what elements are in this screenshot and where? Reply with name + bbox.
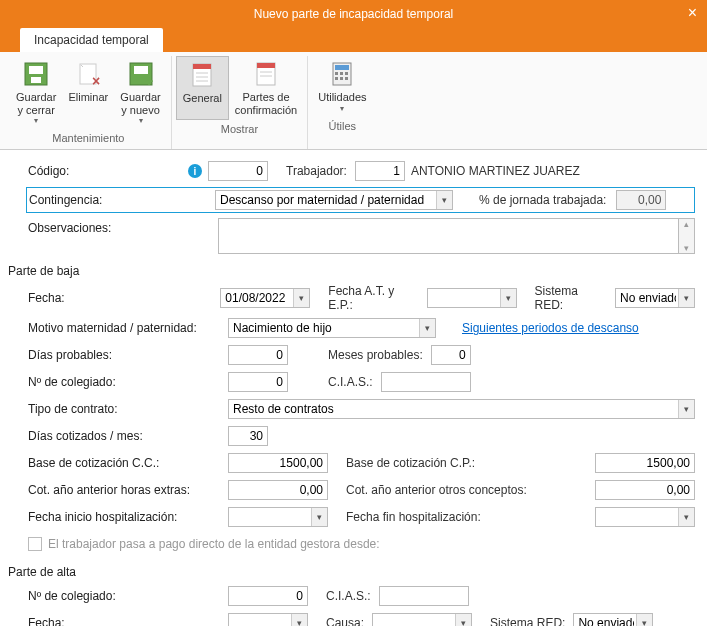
cot-otros-input[interactable] [595, 480, 695, 500]
tipo-contrato-label: Tipo de contrato: [28, 402, 228, 416]
chevron-down-icon[interactable]: ▾ [293, 289, 309, 307]
base-cc-label: Base de cotización C.C.: [28, 456, 228, 470]
cias-baja-input[interactable] [381, 372, 471, 392]
cot-horas-input[interactable] [228, 480, 328, 500]
svg-rect-21 [345, 72, 348, 75]
chevron-down-icon[interactable]: ▾ [678, 289, 694, 307]
section-parte-baja: Parte de baja [8, 264, 695, 278]
svg-rect-18 [335, 65, 349, 70]
chevron-down-icon[interactable]: ▾ [419, 319, 435, 337]
svg-rect-9 [193, 64, 211, 69]
hosp-ini-input[interactable]: ▾ [228, 507, 328, 527]
dias-prob-label: Días probables: [28, 348, 228, 362]
colegiado-baja-label: Nº de colegiado: [28, 375, 228, 389]
hosp-ini-label: Fecha inicio hospitalización: [28, 510, 228, 524]
eliminar-button[interactable]: × Eliminar [62, 56, 114, 129]
svg-rect-22 [335, 77, 338, 80]
guardar-cerrar-button[interactable]: Guardar y cerrar ▾ [10, 56, 62, 129]
contingencia-label: Contingencia: [29, 193, 215, 207]
fecha-baja-input[interactable]: ▾ [220, 288, 310, 308]
sistema-red-baja-combo[interactable]: ▾ [615, 288, 695, 308]
contingencia-combo[interactable]: ▾ [215, 190, 453, 210]
svg-rect-23 [340, 77, 343, 80]
ribbon-group-utiles: Utilidades ▾ Útiles [308, 56, 376, 149]
chevron-down-icon[interactable]: ▾ [436, 191, 452, 209]
general-button[interactable]: General [176, 56, 229, 120]
colegiado-alta-label: Nº de colegiado: [28, 589, 228, 603]
sistema-red-baja-label: Sistema RED: [517, 284, 615, 312]
utilidades-button[interactable]: Utilidades ▾ [312, 56, 372, 117]
codigo-input[interactable] [208, 161, 268, 181]
fecha-alta-input[interactable]: ▾ [228, 613, 308, 626]
svg-text:×: × [92, 73, 100, 88]
tabstrip: Incapacidad temporal [0, 28, 707, 52]
sistema-red-alta-combo[interactable]: ▾ [573, 613, 653, 626]
observaciones-textarea[interactable] [218, 218, 679, 254]
pago-directo-checkbox[interactable] [28, 537, 42, 551]
save-close-icon [22, 60, 50, 88]
cot-horas-label: Cot. año anterior horas extras: [28, 483, 228, 497]
colegiado-alta-input[interactable] [228, 586, 308, 606]
chevron-down-icon[interactable]: ▾ [291, 614, 307, 626]
dias-cotizados-input[interactable] [228, 426, 268, 446]
motivo-label: Motivo maternidad / paternidad: [28, 321, 228, 335]
ribbon-group-mostrar: General Partes de confirmación Mostrar [172, 56, 309, 149]
jornada-label: % de jornada trabajada: [453, 193, 606, 207]
ribbon-group-label: Mantenimiento [10, 129, 167, 149]
cias-alta-input[interactable] [379, 586, 469, 606]
trabajador-num-input[interactable] [355, 161, 405, 181]
trabajador-label: Trabajador: [268, 164, 355, 178]
chevron-down-icon[interactable]: ▾ [636, 614, 652, 626]
siguientes-periodos-link[interactable]: Siguientes periodos de descanso [462, 321, 639, 335]
base-cp-label: Base de cotización C.P.: [328, 456, 483, 470]
hosp-fin-label: Fecha fin hospitalización: [328, 510, 489, 524]
hosp-fin-input[interactable]: ▾ [595, 507, 695, 527]
chevron-down-icon[interactable]: ▾ [311, 508, 327, 526]
trabajador-nombre: ANTONIO MARTINEZ JUAREZ [405, 164, 580, 178]
fecha-alta-label: Fecha: [28, 616, 228, 626]
base-cp-input[interactable] [595, 453, 695, 473]
colegiado-baja-input[interactable] [228, 372, 288, 392]
svg-rect-2 [31, 77, 41, 83]
causa-combo[interactable]: ▾ [372, 613, 472, 626]
fecha-at-input[interactable]: ▾ [427, 288, 517, 308]
svg-text:+: + [145, 73, 153, 88]
ribbon-group-label: Mostrar [176, 120, 304, 140]
titlebar: Nuevo parte de incapacidad temporal × [0, 0, 707, 28]
codigo-label: Código: [28, 164, 188, 178]
jornada-input [616, 190, 666, 210]
pago-directo-label: El trabajador pasa a pago directo de la … [48, 537, 380, 551]
general-icon [188, 61, 216, 89]
ribbon: Guardar y cerrar ▾ × Eliminar + Guardar … [0, 52, 707, 150]
guardar-nuevo-button[interactable]: + Guardar y nuevo ▾ [114, 56, 166, 129]
close-icon[interactable]: × [688, 4, 697, 22]
observaciones-label: Observaciones: [28, 218, 218, 235]
dias-prob-input[interactable] [228, 345, 288, 365]
meses-prob-label: Meses probables: [288, 348, 431, 362]
causa-label: Causa: [308, 616, 372, 626]
chevron-down-icon[interactable]: ▾ [500, 289, 516, 307]
svg-rect-1 [29, 66, 43, 74]
save-new-icon: + [127, 60, 155, 88]
dias-cotizados-label: Días cotizados / mes: [28, 429, 228, 443]
tab-incapacidad[interactable]: Incapacidad temporal [20, 28, 163, 52]
tipo-contrato-combo[interactable]: ▾ [228, 399, 695, 419]
meses-prob-input[interactable] [431, 345, 471, 365]
motivo-combo[interactable]: ▾ [228, 318, 436, 338]
fecha-at-label: Fecha A.T. y E.P.: [310, 284, 426, 312]
chevron-down-icon[interactable]: ▾ [678, 400, 694, 418]
partes-icon [252, 60, 280, 88]
ribbon-group-mantenimiento: Guardar y cerrar ▾ × Eliminar + Guardar … [6, 56, 172, 149]
chevron-down-icon[interactable]: ▾ [678, 508, 694, 526]
partes-confirmacion-button[interactable]: Partes de confirmación [229, 56, 303, 120]
base-cc-input[interactable] [228, 453, 328, 473]
cias-alta-label: C.I.A.S.: [308, 589, 379, 603]
svg-rect-19 [335, 72, 338, 75]
fecha-baja-label: Fecha: [28, 291, 220, 305]
chevron-down-icon[interactable]: ▾ [455, 614, 471, 626]
svg-rect-24 [345, 77, 348, 80]
cot-otros-label: Cot. año anterior otros conceptos: [328, 483, 535, 497]
info-icon[interactable]: i [188, 164, 202, 178]
cias-baja-label: C.I.A.S.: [288, 375, 381, 389]
scrollbar[interactable]: ▴▾ [679, 218, 695, 254]
